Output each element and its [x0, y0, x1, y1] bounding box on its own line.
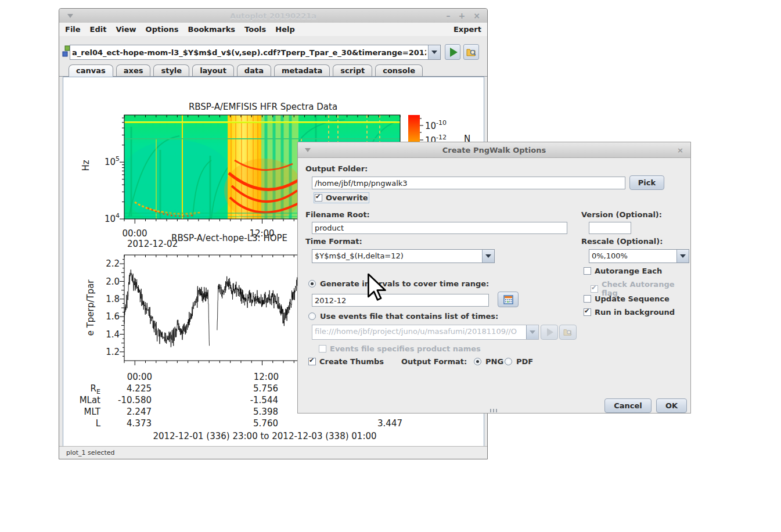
timerange-input[interactable]	[312, 294, 489, 307]
calendar-icon	[503, 295, 513, 304]
svg-text:3.447: 3.447	[377, 418, 402, 429]
svg-text:MLat: MLat	[80, 395, 100, 405]
svg-text:5.760: 5.760	[253, 418, 278, 429]
svg-text:10-10: 10-10	[425, 119, 447, 131]
chevron-down-icon	[680, 254, 686, 258]
menu-bookmarks[interactable]: Bookmarks	[183, 25, 240, 34]
ok-button[interactable]: OK	[656, 398, 687, 413]
radio-icon	[505, 358, 512, 365]
status-bar: plot_1 selected	[59, 446, 487, 459]
svg-text:4.225: 4.225	[127, 383, 152, 394]
svg-text:2.247: 2.247	[127, 407, 152, 417]
plot2-ylabel[interactable]: e Tperp/Tpar	[85, 279, 96, 336]
calendar-button[interactable]	[498, 292, 519, 307]
dialog-title: Create PngWalk Options	[298, 146, 690, 154]
time-format-combobox[interactable]: $Y$m$d_$(H,delta=12)	[312, 249, 495, 263]
events-product-names-checkbox: Events file specifies product names	[319, 344, 481, 353]
plot1-xtick-0000: 00:00	[122, 228, 147, 239]
tab-style[interactable]: style	[153, 64, 189, 76]
chevron-down-icon	[530, 330, 535, 334]
desktop: Autoplot 20190221a – + × File Edit View …	[0, 0, 781, 532]
pick-button[interactable]: Pick	[629, 175, 664, 190]
minimize-button[interactable]: –	[447, 12, 451, 20]
rescale-dropdown-button[interactable]	[676, 250, 689, 263]
checkbox-icon	[319, 345, 326, 353]
events-file-browse-button	[559, 325, 577, 340]
svg-text:4.373: 4.373	[127, 418, 152, 429]
update-sequence-checkbox[interactable]: Update Sequence	[584, 294, 670, 303]
tab-layout[interactable]: layout	[192, 64, 234, 76]
cancel-button[interactable]: Cancel	[604, 398, 652, 413]
menu-edit[interactable]: Edit	[85, 25, 111, 34]
uri-combobox[interactable]	[70, 45, 441, 60]
menu-view[interactable]: View	[111, 25, 141, 34]
tab-canvas[interactable]: canvas	[69, 64, 113, 77]
go-plot-button[interactable]	[445, 44, 460, 60]
pngwalk-options-dialog: Create PngWalk Options × Output Folder: …	[297, 142, 691, 414]
uri-input[interactable]	[70, 45, 428, 59]
plot2-xtick-1200: 12:00	[254, 372, 279, 382]
generate-intervals-radio[interactable]: Generate intervals to cover time range:	[308, 279, 489, 288]
png-radio[interactable]: PNG	[474, 357, 503, 366]
plot2-title: RBSP-A/ect-hope-L3: HOPE	[171, 233, 287, 243]
plot2-xtick-0000: 00:00	[127, 372, 152, 382]
svg-text:RE: RE	[91, 383, 100, 396]
tab-metadata[interactable]: metadata	[274, 64, 330, 76]
timerange-footer[interactable]: 2012-12-01 (336) 23:00 to 2012-12-03 (33…	[153, 431, 376, 441]
rescale-label: Rescale (Optional):	[581, 237, 663, 246]
events-file-combobox: file:///home/jbf/project/juno/u/masafumi…	[312, 325, 539, 340]
menu-tools[interactable]: Tools	[240, 25, 271, 34]
version-input[interactable]	[589, 222, 631, 234]
checkbox-icon	[591, 285, 598, 293]
run-in-background-checkbox[interactable]: Run in background	[584, 308, 675, 317]
window-title: Autoplot 20190221a	[59, 12, 487, 20]
menu-file[interactable]: File	[59, 25, 85, 34]
create-thumbs-checkbox[interactable]: Create Thumbs	[308, 357, 384, 366]
uri-dropdown-button[interactable]	[428, 45, 440, 59]
radio-icon	[474, 358, 481, 365]
autorange-each-checkbox[interactable]: Autorange Each	[584, 267, 662, 275]
tab-console[interactable]: console	[375, 64, 423, 76]
output-format-label: Output Format:	[401, 357, 467, 366]
radio-icon	[308, 312, 316, 320]
menubar: File Edit View Options Bookmarks Tools H…	[59, 23, 487, 37]
radio-icon	[308, 280, 316, 287]
status-text: plot_1 selected	[59, 449, 115, 456]
checkbox-icon	[584, 267, 591, 275]
time-format-label: Time Format:	[305, 237, 362, 246]
svg-text:5.398: 5.398	[253, 407, 278, 417]
tab-axes[interactable]: axes	[116, 64, 151, 76]
play-icon	[547, 328, 553, 336]
svg-text:104: 104	[105, 212, 120, 224]
svg-text:2.0: 2.0	[106, 276, 120, 287]
time-format-dropdown-button[interactable]	[482, 250, 494, 263]
svg-text:1.4: 1.4	[106, 329, 120, 340]
filename-root-input[interactable]	[312, 222, 567, 234]
rescale-combobox[interactable]: 0%,100%	[589, 249, 689, 263]
svg-text:-1.544: -1.544	[250, 395, 278, 405]
tab-script[interactable]: script	[333, 64, 372, 76]
menu-options[interactable]: Options	[141, 25, 183, 34]
svg-text:1.2: 1.2	[106, 347, 120, 357]
menu-help[interactable]: Help	[271, 25, 299, 34]
close-button[interactable]: ×	[473, 12, 480, 20]
use-events-file-radio[interactable]: Use events file that contains list of ti…	[308, 312, 498, 321]
pdf-radio[interactable]: PDF	[505, 357, 533, 366]
inspect-uri-button[interactable]	[463, 44, 479, 60]
expert-mode-label[interactable]: Expert	[454, 25, 487, 34]
svg-text:L: L	[96, 418, 101, 429]
checkbox-icon	[315, 194, 322, 202]
dialog-titlebar[interactable]: Create PngWalk Options ×	[298, 142, 690, 158]
output-folder-input[interactable]	[312, 177, 625, 189]
events-file-dropdown-button	[526, 325, 538, 339]
folder-magnifier-icon	[563, 328, 573, 336]
overwrite-checkbox[interactable]: Overwrite	[315, 193, 368, 202]
maximize-button[interactable]: +	[459, 12, 466, 20]
svg-text:-10.580: -10.580	[118, 395, 152, 405]
window-titlebar[interactable]: Autoplot 20190221a – + ×	[59, 9, 487, 23]
dialog-resize-grip[interactable]	[490, 409, 498, 412]
tab-data[interactable]: data	[237, 64, 271, 76]
dialog-close-button[interactable]: ×	[677, 146, 690, 154]
checkbox-icon	[584, 295, 591, 303]
plot1-ylabel[interactable]: Hz	[81, 160, 91, 171]
